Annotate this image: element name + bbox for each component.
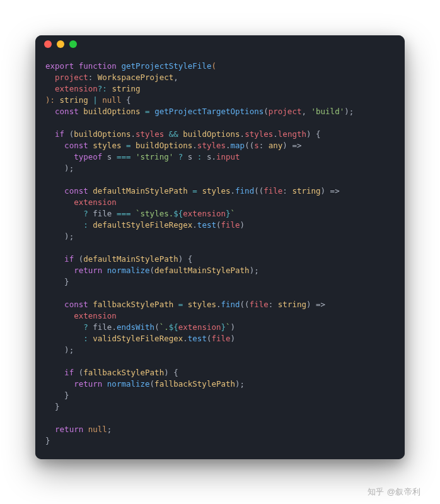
minimize-icon[interactable]	[57, 40, 64, 48]
code-content: export function getProjectStyleFile( pro…	[45, 61, 395, 447]
titlebar	[35, 35, 405, 53]
watermark: 知乎 @叙帝利	[368, 486, 421, 498]
code-window: export function getProjectStyleFile( pro…	[35, 35, 405, 459]
close-icon[interactable]	[44, 40, 52, 48]
code-block: export function getProjectStyleFile( pro…	[35, 53, 405, 459]
zoom-icon[interactable]	[69, 40, 77, 48]
